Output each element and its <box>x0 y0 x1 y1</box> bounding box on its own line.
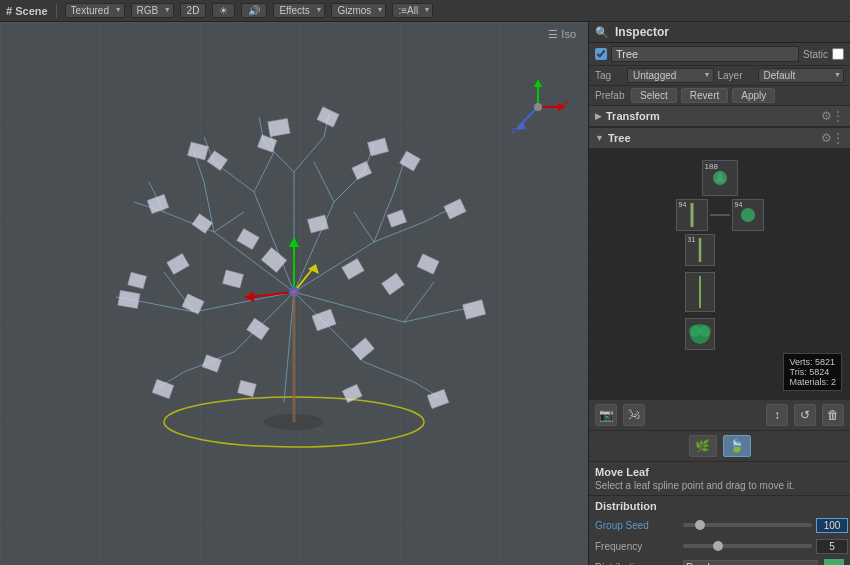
frequency-label: Frequency <box>595 541 683 552</box>
tree-node-branch-3[interactable] <box>685 272 715 312</box>
gizmos-dropdown[interactable]: Gizmos <box>331 3 386 18</box>
frequency-row: Frequency <box>595 537 844 555</box>
svg-marker-90 <box>534 79 542 87</box>
textured-dropdown-wrap[interactable]: Textured <box>65 3 125 18</box>
distribution-title: Distribution <box>595 500 844 512</box>
group-seed-slider-wrap <box>683 518 848 533</box>
top-toolbar: # Scene Textured RGB 2D ☀ 🔊 Effects Gizm… <box>0 0 850 22</box>
move-leaf-btn[interactable]: 🍃 <box>723 435 751 457</box>
rgb-dropdown-wrap[interactable]: RGB <box>131 3 174 18</box>
tree-section-header[interactable]: ▼ Tree ⚙ ⋮ <box>589 128 850 149</box>
layer-label: Layer <box>718 70 754 81</box>
object-name-row: Static <box>589 43 850 66</box>
tree-node-branch-2[interactable]: 31 <box>685 234 715 266</box>
tag-layer-row: Tag Untagged Layer Default <box>589 66 850 86</box>
tree-gear-icon[interactable]: ⚙ <box>821 131 832 145</box>
layer-dropdown-wrap[interactable]: Default <box>758 68 845 83</box>
svg-text:Y: Y <box>534 77 540 79</box>
frequency-slider-wrap <box>683 539 848 554</box>
add-branch-btn[interactable]: 🌿 <box>689 435 717 457</box>
transform-arrow-icon: ▶ <box>595 111 602 121</box>
inspector-title: Inspector <box>615 25 669 39</box>
node-connector <box>710 214 730 216</box>
svg-point-101 <box>741 208 755 222</box>
svg-rect-54 <box>118 290 140 308</box>
tris-line: Tris: 5824 <box>789 367 836 377</box>
prefab-row: Prefab Select Revert Apply <box>589 86 850 106</box>
svg-text:X: X <box>564 98 568 107</box>
move-leaf-desc: Select a leaf spline point and drag to m… <box>595 480 844 491</box>
scene-title: # Scene <box>6 5 48 17</box>
all-dropdown-wrap[interactable]: :≡All <box>392 3 433 18</box>
gizmos-dropdown-wrap[interactable]: Gizmos <box>331 3 386 18</box>
branch-node-thumb-2[interactable]: 31 <box>685 234 715 266</box>
root-node-thumb[interactable]: 188 <box>702 160 738 196</box>
camera-tool-btn[interactable]: 📷 <box>595 404 617 426</box>
tree-title: Tree <box>608 132 821 144</box>
inspector-icon: 🔍 <box>595 26 609 39</box>
frequency-value[interactable] <box>816 539 848 554</box>
static-checkbox[interactable] <box>832 48 844 60</box>
tree-section: ▼ Tree ⚙ ⋮ 188 94 <box>589 128 850 565</box>
tree-menu-icon[interactable]: ⋮ <box>832 131 844 145</box>
audio-btn[interactable]: 🔊 <box>241 3 267 18</box>
textured-dropdown[interactable]: Textured <box>65 3 125 18</box>
frequency-slider[interactable] <box>683 544 812 548</box>
leaf-node-thumb-2[interactable] <box>685 318 715 350</box>
main-layout: ☰ Iso Y X Z <box>0 22 850 565</box>
transform-gear-icon[interactable]: ⚙ <box>821 109 832 123</box>
group-seed-row: Group Seed <box>595 516 844 534</box>
tag-dropdown-wrap[interactable]: Untagged <box>627 68 714 83</box>
verts-line: Verts: 5821 <box>789 357 836 367</box>
transform-gizmo: Y X Z <box>508 77 568 137</box>
2d-btn[interactable]: 2D <box>180 3 207 18</box>
tree-arrow-icon: ▼ <box>595 133 604 143</box>
branch-node-thumb-3[interactable] <box>685 272 715 312</box>
group-seed-label: Group Seed <box>595 520 683 531</box>
svg-point-106 <box>699 325 711 337</box>
object-enabled-checkbox[interactable] <box>595 48 607 60</box>
select-btn[interactable]: Select <box>631 88 677 103</box>
rotate-tool-btn[interactable]: ↺ <box>794 404 816 426</box>
svg-text:Z: Z <box>511 126 516 135</box>
transform-section: ▶ Transform ⚙ ⋮ <box>589 106 850 128</box>
leaf-node-thumb-1[interactable]: 94 <box>732 199 764 231</box>
prefab-label: Prefab <box>595 90 627 101</box>
move-leaf-title: Move Leaf <box>595 466 844 478</box>
lighting-btn[interactable]: ☀ <box>212 3 235 18</box>
branch-node-thumb-1[interactable]: 94 <box>676 199 708 231</box>
tool-icons-row: 📷 🌬 ↕ ↺ 🗑 <box>589 399 850 431</box>
effects-dropdown-wrap[interactable]: Effects <box>273 3 325 18</box>
iso-label: ☰ Iso <box>548 28 576 41</box>
rgb-dropdown[interactable]: RGB <box>131 3 174 18</box>
apply-btn[interactable]: Apply <box>732 88 775 103</box>
group-seed-slider[interactable] <box>683 523 812 527</box>
transform-menu-icon[interactable]: ⋮ <box>832 109 844 123</box>
tag-dropdown[interactable]: Untagged <box>627 68 714 83</box>
tree-nodes-area: 188 94 94 <box>589 149 850 399</box>
layer-dropdown[interactable]: Default <box>758 68 845 83</box>
distribution-row: Distribution Random Alternate Opposite W… <box>595 558 844 565</box>
description-area: Move Leaf Select a leaf spline point and… <box>589 462 850 496</box>
action-buttons-row: 🌿 🍃 <box>589 431 850 462</box>
object-name-input[interactable] <box>611 46 799 62</box>
distribution-select-wrap: Random Alternate Opposite Whorled <box>683 559 844 565</box>
distribution-select[interactable]: Random Alternate Opposite Whorled <box>683 560 818 566</box>
transform-header[interactable]: ▶ Transform ⚙ ⋮ <box>589 106 850 127</box>
tree-node-leaf-2[interactable] <box>685 318 715 350</box>
transform-tool-btn[interactable]: ↕ <box>766 404 788 426</box>
inspector-header: 🔍 Inspector <box>589 22 850 43</box>
inspector-panel: 🔍 Inspector Static Tag Untagged Layer De… <box>588 22 850 565</box>
tree-node-row-2: 94 94 <box>676 199 764 231</box>
static-label: Static <box>803 49 828 60</box>
all-dropdown[interactable]: :≡All <box>392 3 433 18</box>
delete-tool-btn[interactable]: 🗑 <box>822 404 844 426</box>
scene-viewport[interactable]: ☰ Iso Y X Z <box>0 22 588 565</box>
distribution-color-swatch <box>824 559 844 565</box>
svg-point-95 <box>534 103 542 111</box>
group-seed-value[interactable] <box>816 518 848 533</box>
effects-dropdown[interactable]: Effects <box>273 3 325 18</box>
tree-node-root[interactable]: 188 <box>702 160 738 196</box>
revert-btn[interactable]: Revert <box>681 88 728 103</box>
wind-tool-btn[interactable]: 🌬 <box>623 404 645 426</box>
